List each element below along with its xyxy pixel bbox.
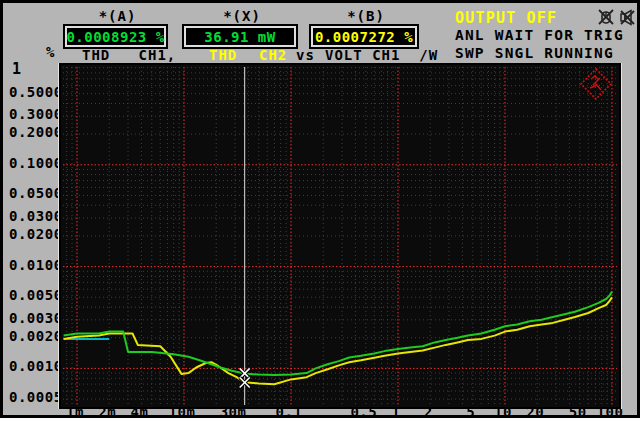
page-footer: © KenRockwell.com Jul 22 2011 Fri 14:02:… [0, 418, 640, 436]
status-sweep: SWP SNGL RUNNING [455, 45, 614, 61]
meter-x-readout[interactable]: 36.91 mW [182, 24, 298, 49]
y-tick-label: 0.1000 [9, 155, 59, 171]
y-axis-top-tick: 1 [12, 60, 21, 78]
y-tick-label: 0.0050 [9, 287, 59, 303]
y-tick-label: 0.0010 [9, 358, 59, 374]
meter-a-desc: THD CH1, [82, 47, 176, 63]
plot-area [59, 63, 621, 409]
screenshot-root: *(A) *(X) *(B) 0.0008923 % 36.91 mW 0.00… [0, 0, 640, 436]
meter-x-func: THD [209, 47, 237, 63]
y-tick-label: 0.0005 [9, 389, 59, 405]
y-tick-label: 0.0200 [9, 226, 59, 242]
meter-b-label: *(B) [311, 8, 421, 24]
y-tick-label: 0.0300 [9, 208, 59, 224]
y-tick-label: 0.0100 [9, 257, 59, 273]
y-tick-label: 0.0500 [9, 185, 59, 201]
meter-x-label: *(X) [184, 8, 300, 24]
meter-a-label: *(A) [65, 8, 170, 24]
status-output: OUTPUT OFF [455, 9, 557, 27]
meter-b-readout[interactable]: 0.0007272 % [309, 24, 419, 49]
y-tick-label: 0.3000 [9, 106, 59, 122]
y-tick-label: 0.5000 [9, 84, 59, 100]
y-tick-label: 0.0020 [9, 328, 59, 344]
status-analyzer: ANL WAIT FOR TRIG [455, 27, 624, 43]
meter-a-readout[interactable]: 0.0008923 % [63, 24, 168, 49]
meter-b-desc: VOLT CH1 /W [325, 47, 438, 63]
analyzer-panel: *(A) *(X) *(B) 0.0008923 % 36.91 mW 0.00… [0, 0, 640, 418]
mouse-off-icon [598, 9, 615, 26]
meter-x-vs: vs [296, 47, 315, 63]
y-tick-label: 0.2000 [9, 124, 59, 140]
y-tick-label: 0.0030 [9, 310, 59, 326]
y-axis-unit-label: % [46, 44, 54, 60]
speaker-off-icon [619, 9, 636, 26]
meter-x-channel: CH2 [259, 47, 287, 63]
thd-chart [61, 65, 619, 407]
